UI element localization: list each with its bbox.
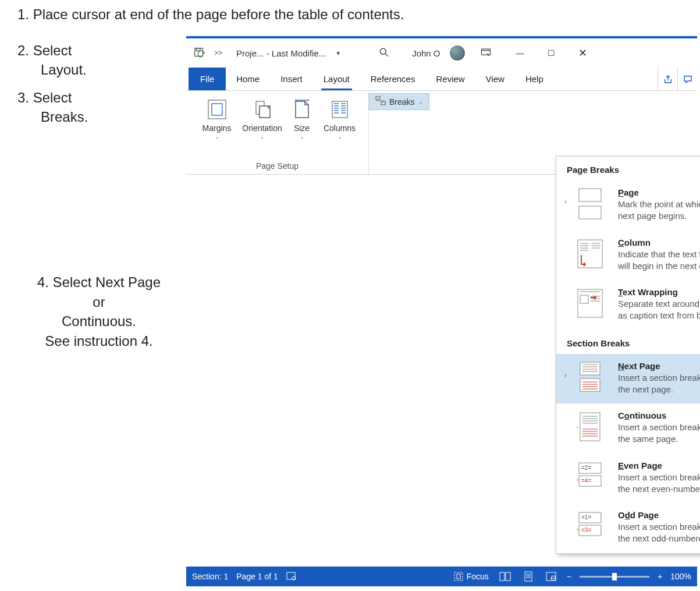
- status-page[interactable]: Page 1 of 1: [236, 572, 278, 581]
- focus-mode-button[interactable]: Focus: [454, 572, 489, 581]
- close-button[interactable]: ✕: [570, 47, 596, 59]
- break-option-page[interactable]: › Page Mark the point at which one page …: [556, 181, 700, 231]
- breaks-button[interactable]: Breaks ⌄: [369, 93, 429, 110]
- print-layout-icon[interactable]: [521, 571, 535, 582]
- svg-rect-1: [197, 48, 200, 51]
- svg-rect-6: [208, 100, 226, 119]
- orientation-icon: [253, 98, 272, 121]
- tab-references[interactable]: References: [360, 68, 426, 90]
- chevron-down-icon: ⌄: [337, 134, 342, 140]
- svg-text:=2=: =2=: [581, 465, 591, 471]
- word-window: >> Proje... - Last Modifie... ▼ John O —…: [186, 36, 697, 586]
- break-option-odd-page[interactable]: =1==3=› Odd Page Insert a section break …: [556, 503, 700, 553]
- svg-rect-51: [580, 413, 600, 441]
- tab-insert[interactable]: Insert: [270, 68, 313, 90]
- svg-rect-77: [525, 572, 532, 581]
- instructions-panel: 1. Place cursor at end of the page befor…: [17, 5, 180, 351]
- break-option-even-page[interactable]: =2==4=› Even Page Insert a section break…: [556, 454, 700, 504]
- page-setup-label: Page Setup: [256, 159, 299, 172]
- svg-rect-75: [500, 572, 504, 581]
- tab-help[interactable]: Help: [515, 68, 554, 90]
- continuous-break-icon: ›: [574, 410, 606, 445]
- svg-text:=4=: =4=: [581, 477, 591, 484]
- chevron-down-icon: ⌄: [300, 134, 304, 140]
- column-break-icon: [574, 238, 606, 273]
- zoom-level[interactable]: 100%: [670, 572, 691, 581]
- page-break-icon: ›: [574, 187, 606, 222]
- zoom-out-button[interactable]: −: [567, 572, 571, 581]
- autosave-icon[interactable]: [193, 47, 206, 59]
- search-icon[interactable]: [378, 47, 390, 60]
- chevron-down-icon: ⌄: [260, 134, 265, 140]
- svg-rect-73: [454, 572, 463, 581]
- tab-file[interactable]: File: [189, 68, 226, 90]
- instruction-step-4: 4. Select Next Page or Continuous. See i…: [17, 273, 180, 351]
- ribbon-display-icon[interactable]: [470, 47, 502, 60]
- comments-button[interactable]: [677, 68, 697, 90]
- instruction-step-2: 2. Select Layout.: [17, 41, 180, 80]
- tab-layout[interactable]: Layout: [313, 68, 360, 90]
- svg-rect-41: [580, 362, 600, 375]
- break-option-continuous[interactable]: › Continuous Insert a section break and …: [556, 404, 700, 454]
- read-mode-icon[interactable]: [497, 572, 513, 581]
- tab-view[interactable]: View: [475, 68, 515, 90]
- breaks-dropdown: Page Breaks › Page Mark the point at whi…: [556, 156, 700, 554]
- size-button[interactable]: Size ⌄: [286, 94, 318, 159]
- page-setup-group: Margins ⌄ Orientation ⌄ Size ⌄: [186, 91, 369, 174]
- username-label[interactable]: John O: [395, 48, 445, 58]
- chevron-down-icon: ⌄: [418, 99, 423, 105]
- svg-rect-46: [580, 378, 600, 391]
- svg-rect-26: [579, 206, 601, 219]
- status-section[interactable]: Section: 1: [192, 572, 228, 581]
- margins-icon: [207, 98, 227, 121]
- title-dropdown-icon[interactable]: ▼: [331, 50, 346, 56]
- columns-button[interactable]: Columns ⌄: [319, 94, 360, 159]
- macro-icon[interactable]: [286, 571, 297, 582]
- chevron-down-icon: ⌄: [215, 134, 219, 140]
- break-option-column[interactable]: Column Indicate that the text following …: [556, 231, 700, 281]
- svg-text:=1=: =1=: [581, 514, 591, 521]
- zoom-in-button[interactable]: +: [658, 572, 662, 581]
- tab-review[interactable]: Review: [425, 68, 475, 90]
- break-option-next-page[interactable]: › Next Page Insert a section break and s…: [556, 354, 700, 404]
- svg-rect-23: [381, 102, 385, 105]
- svg-text:›: ›: [577, 424, 578, 430]
- breaks-icon: [375, 96, 386, 107]
- maximize-button[interactable]: ☐: [538, 48, 565, 58]
- avatar[interactable]: [450, 45, 465, 61]
- orientation-button[interactable]: Orientation ⌄: [240, 94, 285, 159]
- svg-rect-71: [287, 572, 295, 579]
- ribbon-tabs: File Home Insert Layout References Revie…: [186, 68, 697, 91]
- break-option-text-wrapping[interactable]: Text Wrapping Separate text around objec…: [556, 280, 700, 330]
- svg-text:›: ›: [577, 477, 578, 483]
- page-breaks-header: Page Breaks: [556, 157, 700, 181]
- statusbar: Section: 1 Page 1 of 1 Focus − + 100%: [186, 567, 697, 586]
- margins-button[interactable]: Margins ⌄: [195, 94, 239, 159]
- svg-line-3: [386, 54, 388, 56]
- svg-rect-22: [376, 97, 380, 100]
- zoom-slider[interactable]: [580, 576, 649, 578]
- svg-text:›: ›: [577, 526, 578, 532]
- titlebar: >> Proje... - Last Modifie... ▼ John O —…: [186, 38, 697, 68]
- section-breaks-header: Section Breaks: [556, 330, 700, 354]
- even-page-break-icon: =2==4=›: [574, 461, 606, 496]
- tab-home[interactable]: Home: [226, 68, 270, 90]
- size-icon: [293, 98, 311, 121]
- qat-overflow[interactable]: >>: [211, 49, 226, 57]
- svg-rect-76: [506, 572, 510, 581]
- svg-rect-7: [212, 104, 222, 115]
- web-layout-icon[interactable]: [543, 572, 559, 581]
- odd-page-break-icon: =1==3=›: [574, 510, 606, 545]
- next-page-break-icon: ›: [574, 361, 606, 396]
- minimize-button[interactable]: —: [507, 48, 534, 58]
- text-wrapping-break-icon: [574, 287, 606, 322]
- instruction-step-3: 3. Select Breaks.: [17, 88, 180, 127]
- share-button[interactable]: [658, 68, 677, 90]
- svg-text:=3=: =3=: [581, 527, 591, 533]
- instruction-step-1: 1. Place cursor at end of the page befor…: [17, 5, 483, 24]
- svg-rect-74: [457, 574, 460, 579]
- svg-point-2: [380, 48, 386, 54]
- svg-rect-4: [481, 49, 490, 55]
- svg-rect-25: [579, 189, 601, 201]
- document-title[interactable]: Proje... - Last Modifie...: [230, 48, 326, 58]
